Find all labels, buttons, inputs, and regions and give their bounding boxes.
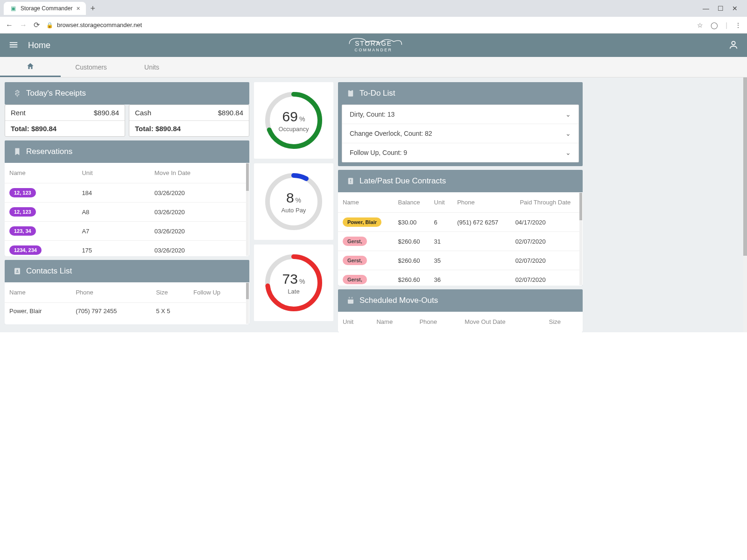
receipt-rent-label: Rent bbox=[11, 109, 26, 117]
browser-chrome: ▣ Storage Commander × + — ☐ ✕ ← → ⟳ 🔒 br… bbox=[0, 0, 747, 34]
window-close-icon[interactable]: ✕ bbox=[732, 5, 738, 12]
col-mname: Name bbox=[372, 312, 415, 332]
browser-menu-icon[interactable]: ⋮ bbox=[735, 21, 741, 29]
nav-forward-icon[interactable]: → bbox=[20, 21, 27, 29]
address-bar: ← → ⟳ 🔒 browser.storagecommander.net ☆ ◯… bbox=[0, 17, 747, 34]
tab-close-icon[interactable]: × bbox=[76, 5, 80, 12]
reservations-scrollbar[interactable] bbox=[246, 163, 249, 256]
receipt-rent-total: Total: $890.84 bbox=[5, 120, 125, 136]
contact-icon bbox=[13, 267, 21, 275]
todo-title: To-Do List bbox=[359, 89, 395, 98]
contacts-scrollbar[interactable] bbox=[246, 283, 249, 324]
col-cname: Name bbox=[5, 282, 71, 303]
gauge-card: 73% Late bbox=[254, 245, 333, 321]
brand-logo: STORAGE COMMANDER bbox=[333, 36, 414, 55]
reservations-title: Reservations bbox=[26, 147, 72, 156]
chevron-down-icon: ⌄ bbox=[565, 149, 571, 156]
col-mdate: Move Out Date bbox=[460, 312, 544, 332]
gauge-late: 73% Late bbox=[261, 250, 326, 315]
receipt-cash-label: Cash bbox=[135, 109, 151, 117]
col-unit: Unit bbox=[77, 163, 149, 183]
svg-point-2 bbox=[732, 41, 735, 44]
svg-rect-15 bbox=[350, 182, 351, 183]
table-row[interactable]: 12, 123A803/26/2020 bbox=[5, 203, 247, 222]
name-pill: Power, Blair bbox=[343, 217, 381, 227]
window-maximize-icon[interactable]: ☐ bbox=[718, 5, 724, 12]
todo-item[interactable]: Change Overlock, Count: 82⌄ bbox=[342, 124, 578, 143]
receipt-cash-total: Total: $890.84 bbox=[129, 120, 249, 136]
svg-rect-14 bbox=[350, 179, 351, 182]
receipt-cash-box: Cash $890.84 Total: $890.84 bbox=[129, 105, 249, 137]
browser-tab[interactable]: ▣ Storage Commander × bbox=[4, 2, 86, 15]
receipt-cash-value: $890.84 bbox=[218, 109, 243, 117]
alert-icon bbox=[346, 177, 355, 185]
lock-icon: 🔒 bbox=[46, 22, 53, 28]
name-pill: 12, 123 bbox=[9, 188, 36, 197]
col-mphone: Phone bbox=[415, 312, 460, 332]
main-tabs: Customers Units bbox=[0, 57, 747, 77]
moveouts-title: Scheduled Move-Outs bbox=[359, 296, 438, 305]
todo-item[interactable]: Follow Up, Count: 9⌄ bbox=[342, 143, 578, 162]
chevron-down-icon: ⌄ bbox=[565, 130, 571, 137]
new-tab-button[interactable]: + bbox=[86, 4, 100, 14]
nav-reload-icon[interactable]: ⟳ bbox=[34, 21, 40, 29]
gauge-card: 8% Auto Pay bbox=[254, 163, 333, 240]
todo-card: To-Do List Dirty, Count: 13⌄Change Overl… bbox=[338, 82, 583, 166]
page-title: Home bbox=[28, 41, 50, 50]
col-name: Name bbox=[5, 163, 77, 183]
col-ldate: Paid Through Date bbox=[511, 192, 580, 213]
tab-title: Storage Commander bbox=[21, 5, 72, 12]
table-row[interactable]: 1234, 23417503/26/2020 bbox=[5, 241, 247, 257]
svg-text:COMMANDER: COMMANDER bbox=[355, 47, 393, 52]
bookmark-icon bbox=[13, 147, 21, 156]
contacts-table: Name Phone Size Follow Up Power, Blair (… bbox=[5, 282, 247, 319]
nav-back-icon[interactable]: ← bbox=[6, 21, 13, 29]
table-row[interactable]: 12, 12318403/26/2020 bbox=[5, 183, 247, 203]
gauge-occupancy: 69% Occupancy bbox=[261, 88, 326, 153]
table-row[interactable]: Gerst,$260.603602/07/2020 bbox=[338, 270, 580, 286]
table-row[interactable]: Power, Blair$30.006(951) 672 625704/17/2… bbox=[338, 213, 580, 232]
contacts-title: Contacts List bbox=[26, 266, 72, 276]
receipts-header: Today's Receipts bbox=[5, 82, 249, 105]
col-lbal: Balance bbox=[393, 192, 429, 213]
col-lphone: Phone bbox=[452, 192, 510, 213]
col-lname: Name bbox=[338, 192, 393, 213]
late-card: Late/Past Due Contracts Name Balance Uni… bbox=[338, 170, 583, 286]
table-row[interactable]: Gerst,$260.603502/07/2020 bbox=[338, 251, 580, 270]
reservations-card: Reservations Name Unit Move In Date 12, … bbox=[5, 140, 249, 256]
tab-home[interactable] bbox=[0, 57, 61, 77]
svg-text:STORAGE: STORAGE bbox=[355, 39, 392, 47]
calendar-icon bbox=[346, 296, 355, 305]
window-minimize-icon[interactable]: — bbox=[703, 5, 709, 12]
table-row[interactable]: 123, 34A703/26/2020 bbox=[5, 222, 247, 241]
browser-tab-bar: ▣ Storage Commander × + — ☐ ✕ bbox=[0, 0, 747, 17]
dollar-icon bbox=[13, 89, 21, 98]
page-scrollbar[interactable] bbox=[743, 77, 747, 332]
address-field[interactable]: 🔒 browser.storagecommander.net bbox=[46, 21, 691, 28]
dashboard: Today's Receipts Rent $890.84 Total: $89… bbox=[0, 77, 747, 332]
table-row[interactable]: Power, Blair (705) 797 2455 5 X 5 bbox=[5, 303, 247, 320]
reservations-table: Name Unit Move In Date 12, 12318403/26/2… bbox=[5, 163, 247, 256]
late-table: Name Balance Unit Phone Paid Through Dat… bbox=[338, 192, 580, 286]
col-msize: Size bbox=[544, 312, 580, 332]
svg-point-4 bbox=[17, 270, 18, 271]
table-row[interactable]: Gerst,$260.603102/07/2020 bbox=[338, 232, 580, 251]
tab-units[interactable]: Units bbox=[121, 57, 182, 77]
gauge-card: 69% Occupancy bbox=[254, 82, 333, 159]
col-cfollow: Follow Up bbox=[189, 282, 247, 303]
clipboard-icon bbox=[346, 89, 355, 98]
receipts-title: Today's Receipts bbox=[26, 89, 86, 98]
receipt-rent-box: Rent $890.84 Total: $890.84 bbox=[5, 105, 125, 137]
svg-rect-11 bbox=[348, 90, 353, 97]
late-scrollbar[interactable] bbox=[579, 193, 582, 285]
profile-icon[interactable]: ◯ bbox=[711, 21, 718, 29]
app-header: Home STORAGE COMMANDER bbox=[0, 34, 747, 57]
home-icon bbox=[26, 62, 35, 70]
bookmark-star-icon[interactable]: ☆ bbox=[697, 21, 703, 29]
todo-item[interactable]: Dirty, Count: 13⌄ bbox=[342, 105, 578, 124]
window-controls: — ☐ ✕ bbox=[703, 5, 743, 12]
user-icon[interactable] bbox=[728, 40, 739, 51]
hamburger-icon[interactable] bbox=[8, 40, 19, 51]
tab-customers[interactable]: Customers bbox=[61, 57, 121, 77]
name-pill: 1234, 234 bbox=[9, 245, 42, 255]
